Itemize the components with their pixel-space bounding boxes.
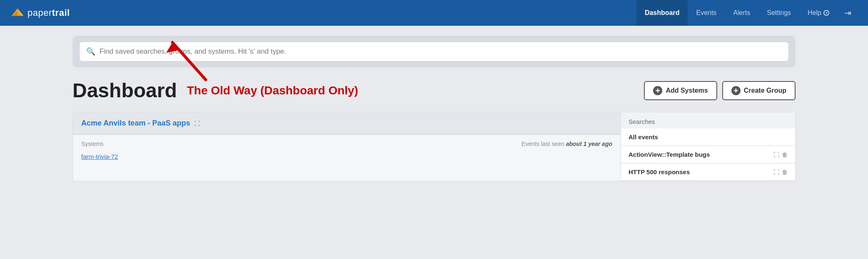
nav-links: Dashboard Events Alerts Settings Help ▾ … xyxy=(636,0,858,26)
annotation-label: The Old Way (Dashboard Only) xyxy=(187,84,358,97)
group-panel: Acme Anvils team - PaaS apps ⛶ Systems E… xyxy=(72,112,621,181)
create-group-button[interactable]: + Create Group xyxy=(722,81,796,100)
nav-events[interactable]: Events xyxy=(688,0,725,26)
search-input[interactable] xyxy=(100,47,782,56)
dashboard-header: Dashboard The Old Way (Dashboard Only) +… xyxy=(72,79,796,102)
system-link[interactable]: farm-trivia-72 xyxy=(81,153,118,160)
brand-text: papertrail xyxy=(27,7,70,18)
nav-settings[interactable]: Settings xyxy=(758,0,799,26)
nav-help[interactable]: Help ▾ xyxy=(799,0,838,26)
content-grid: Acme Anvils team - PaaS apps ⛶ Systems E… xyxy=(72,112,796,181)
add-systems-plus-icon: + xyxy=(653,86,662,95)
group-meta: Systems Events last seen about 1 year ag… xyxy=(81,141,612,147)
systems-label: Systems xyxy=(81,141,104,147)
help-dropdown-icon: ▾ xyxy=(823,10,829,16)
search-item-actions: ⛶ 🗑 xyxy=(773,151,788,158)
create-group-plus-icon: + xyxy=(731,86,741,95)
navbar: papertrail Dashboard Events Alerts Setti… xyxy=(0,0,868,26)
search-item-actionview: ActionView::Template bugs ⛶ 🗑 xyxy=(621,146,795,163)
nav-dashboard[interactable]: Dashboard xyxy=(636,0,688,26)
group-body: Systems Events last seen about 1 year ag… xyxy=(73,135,621,166)
system-link-wrap: farm-trivia-72 xyxy=(81,153,612,160)
search-item-label[interactable]: HTTP 500 responses xyxy=(629,168,690,175)
papertrail-logo-icon xyxy=(10,5,25,20)
search-icon: 🔍 xyxy=(86,47,95,56)
search-inner: 🔍 xyxy=(79,42,789,62)
search-edit-icon[interactable]: ⛶ xyxy=(773,151,779,158)
logout-button[interactable]: ⇥ xyxy=(838,0,858,26)
brand-logo: papertrail xyxy=(10,5,70,20)
events-seen: Events last seen about 1 year ago xyxy=(521,141,612,147)
add-systems-button[interactable]: + Add Systems xyxy=(644,81,717,100)
search-item-http500: HTTP 500 responses ⛶ 🗑 xyxy=(621,163,795,181)
search-item-label[interactable]: ActionView::Template bugs xyxy=(629,151,710,158)
search-container: 🔍 xyxy=(72,36,796,67)
header-actions: + Add Systems + Create Group xyxy=(644,81,796,100)
main-content: 🔍 Dashboard The Old Way (Dashboard Only)… xyxy=(59,26,809,191)
page-title: Dashboard xyxy=(72,79,177,102)
group-title-link[interactable]: Acme Anvils team - PaaS apps xyxy=(81,119,190,128)
search-item-all-events: All events xyxy=(621,128,795,146)
search-delete-icon[interactable]: 🗑 xyxy=(782,169,788,175)
search-edit-icon[interactable]: ⛶ xyxy=(773,169,779,175)
brand: papertrail xyxy=(10,5,70,20)
group-edit-icon[interactable]: ⛶ xyxy=(194,120,200,127)
search-item-label[interactable]: All events xyxy=(629,133,658,141)
annotation-wrapper: Dashboard xyxy=(72,79,177,102)
group-header: Acme Anvils team - PaaS apps ⛶ xyxy=(73,112,621,135)
searches-header: Searches xyxy=(621,112,795,128)
searches-panel: Searches All events ActionView::Template… xyxy=(621,112,796,181)
search-delete-icon[interactable]: 🗑 xyxy=(782,151,788,158)
nav-alerts[interactable]: Alerts xyxy=(725,0,758,26)
search-item-actions: ⛶ 🗑 xyxy=(773,169,788,175)
